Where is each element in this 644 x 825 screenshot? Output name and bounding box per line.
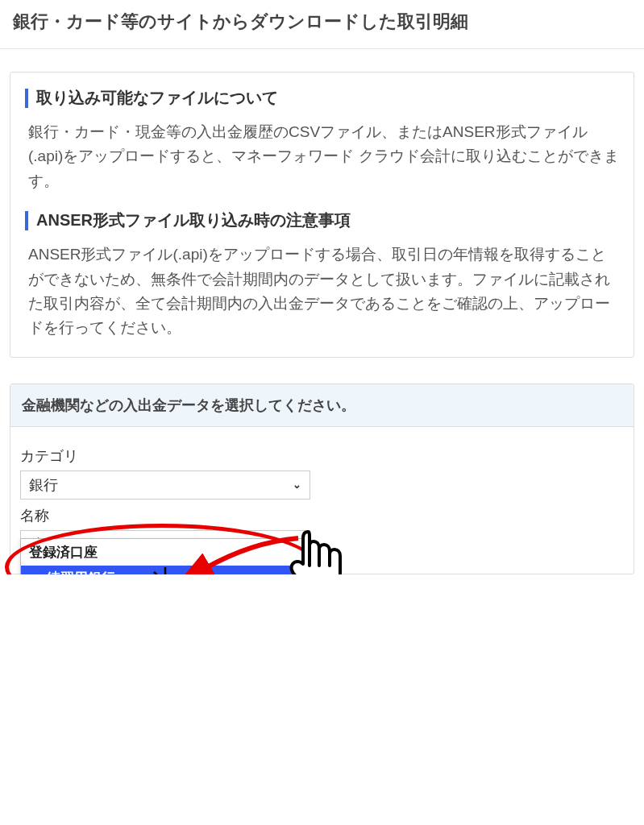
select-panel-header: 金融機関などの入出金データを選択してください。	[10, 384, 634, 427]
info-heading-1-text: 取り込み可能なファイルについて	[36, 87, 278, 109]
select-panel-body: カテゴリ 銀行 ⌄ 名称 練習用銀行 ⌄ 登録済口座 練習用銀行 新規登録 三菱…	[10, 427, 634, 574]
info-heading-1: 取り込み可能なファイルについて	[25, 87, 619, 109]
info-text-2: ANSER形式ファイル(.api)をアップロードする場合、取引日の年情報を取得す…	[25, 243, 619, 341]
info-heading-2: ANSER形式ファイル取り込み時の注意事項	[25, 209, 619, 231]
category-select[interactable]: 銀行 ⌄	[20, 471, 310, 500]
name-label: 名称	[20, 506, 624, 525]
info-heading-2-text: ANSER形式ファイル取り込み時の注意事項	[36, 209, 351, 231]
category-label: カテゴリ	[20, 446, 624, 466]
info-panel: 取り込み可能なファイルについて 銀行・カード・現金等の入出金履歴のCSVファイル…	[10, 72, 634, 358]
name-dropdown: 登録済口座 練習用銀行 新規登録 三菱UFJ銀行(CSV) 三井住友銀行(CSV…	[20, 538, 310, 574]
accent-bar-icon	[25, 89, 28, 108]
divider	[0, 48, 644, 49]
select-panel: 金融機関などの入出金データを選択してください。 カテゴリ 銀行 ⌄ 名称 練習用…	[10, 383, 634, 574]
chevron-down-icon: ⌄	[293, 479, 301, 491]
info-text-1: 銀行・カード・現金等の入出金履歴のCSVファイル、またはANSER形式ファイル(…	[25, 120, 619, 193]
dropdown-group-registered: 登録済口座	[21, 539, 310, 566]
page-title: 銀行・カード等のサイトからダウンロードした取引明細	[0, 0, 644, 48]
dropdown-option-registered-0[interactable]: 練習用銀行	[21, 566, 310, 574]
category-select-value: 銀行	[29, 475, 58, 495]
accent-bar-icon	[25, 211, 28, 230]
